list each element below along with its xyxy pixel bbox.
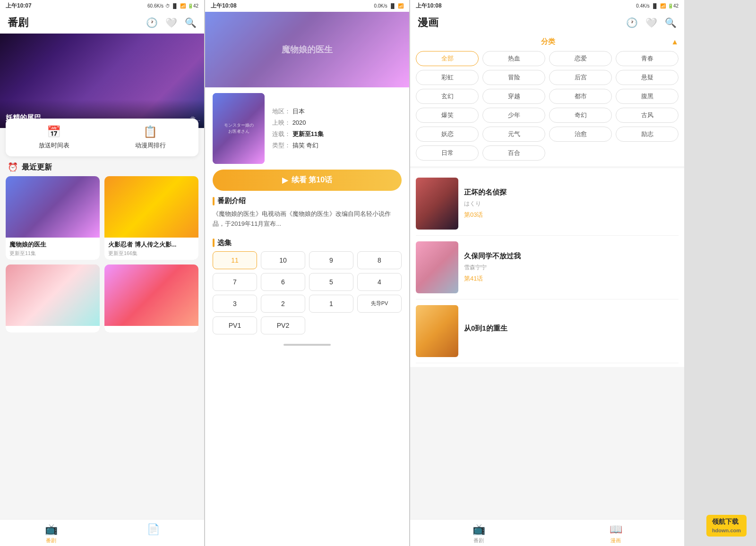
filter-ancient[interactable]: 古风	[616, 108, 679, 123]
intro-title: 番剧介绍	[217, 196, 246, 205]
page-title-3: 漫画	[418, 16, 438, 30]
manga-info-0: 正坏的名侦探 はくり 第03话	[464, 178, 679, 230]
manga-item-1[interactable]: 久保同学不放过我 雪森宁宁 第41话	[416, 236, 679, 299]
filter-action[interactable]: 热血	[482, 51, 545, 66]
ep-7[interactable]: 7	[213, 273, 257, 291]
status-icons-3: 0.4K/s ▐▌ 📶 🔋42	[636, 3, 679, 9]
anime-card-1[interactable]: 火影忍者 博人传之火影... 更新至166集	[104, 176, 198, 260]
ep-3[interactable]: 3	[213, 295, 257, 313]
filter-energetic[interactable]: 元气	[482, 127, 545, 142]
manga-cover-1	[416, 241, 458, 293]
nav-manga-1[interactable]: 📄	[102, 523, 204, 544]
filter-healing[interactable]: 治愈	[549, 127, 612, 142]
ep-pv1[interactable]: PV1	[213, 316, 257, 334]
app-header-1: 番剧 🕐 🤍 🔍	[0, 12, 204, 34]
anime-card-2[interactable]	[6, 264, 100, 333]
nav-manga-3[interactable]: 📖 漫画	[547, 523, 684, 544]
filter-romance[interactable]: 恋爱	[549, 51, 612, 66]
filter-yuri[interactable]: 百合	[482, 145, 545, 161]
manga-title-1: 久保同学不放过我	[464, 252, 679, 261]
ranking-icon: 📋	[143, 125, 157, 138]
filter-adventure[interactable]: 冒险	[482, 70, 545, 85]
history-icon-3[interactable]: 🕐	[626, 17, 638, 28]
schedule-label: 放送时间表	[39, 141, 69, 150]
favorite-icon-3[interactable]: 🤍	[645, 17, 657, 28]
yellow-bar-intro	[213, 197, 215, 205]
banner-1[interactable]: 妖精的尾巴 龙...	[0, 34, 204, 128]
anime-img-3	[104, 264, 198, 326]
filter-urban[interactable]: 都市	[549, 89, 612, 104]
filter-harem[interactable]: 后宫	[549, 70, 612, 85]
quick-link-ranking[interactable]: 📋 动漫周排行	[102, 125, 198, 150]
filter-inspire[interactable]: 励志	[616, 127, 679, 142]
filter-youkai[interactable]: 妖恋	[416, 127, 479, 142]
status-bar-3: 上午10:08 0.4K/s ▐▌ 📶 🔋42	[410, 0, 684, 12]
ep-1[interactable]: 1	[309, 295, 353, 313]
manga-cover-0	[416, 178, 458, 230]
bottom-nav-3: 📺 番剧 📖 漫画	[410, 519, 684, 546]
detail-meta: 地区： 日本 上映： 2020 连载： 更新至11集 类型： 搞笑 奇幻	[272, 93, 402, 164]
signal-icon-3: ▐▌	[652, 3, 658, 9]
filter-daily[interactable]: 日常	[416, 145, 479, 161]
manga-item-0[interactable]: 正坏的名侦探 はくり 第03话	[416, 172, 679, 236]
background-fill	[684, 0, 756, 546]
play-button[interactable]: ▶ 续看 第10话	[213, 170, 402, 191]
ep-5[interactable]: 5	[309, 273, 353, 291]
detail-cover: モンスター娘のお医者さん	[213, 93, 265, 164]
ep-11[interactable]: 11	[213, 251, 257, 269]
manga-item-2[interactable]: 从0到1的重生	[416, 299, 679, 363]
filter-scifi[interactable]: 奇幻	[549, 108, 612, 123]
history-icon-1[interactable]: 🕐	[146, 17, 158, 28]
intro-header: 番剧介绍	[213, 196, 402, 205]
ep-9[interactable]: 9	[309, 251, 353, 269]
ep-pv-first[interactable]: 先导PV	[357, 295, 402, 313]
filter-shonen[interactable]: 少年	[482, 108, 545, 123]
filter-dark[interactable]: 腹黑	[616, 89, 679, 104]
filter-mystery[interactable]: 悬疑	[616, 70, 679, 85]
yellow-bar-episode	[213, 239, 215, 247]
search-icon-1[interactable]: 🔍	[185, 17, 197, 28]
manga-title-0: 正坏的名侦探	[464, 188, 679, 197]
anime-card-3[interactable]	[104, 264, 198, 333]
anime-card-0[interactable]: 魔物娘的医生 更新至11集	[6, 176, 100, 260]
anime-info-1: 火影忍者 博人传之火影... 更新至166集	[104, 238, 198, 260]
time-1: 上午10:07	[6, 2, 32, 10]
time-2: 上午10:08	[211, 2, 237, 10]
filter-fantasy[interactable]: 玄幻	[416, 89, 479, 104]
signal-icon-2: ▐▌	[389, 3, 396, 9]
episode-section: 选集 11 10 9 8 7 6 5 4 3 2 1 先导PV PV1 PV2	[205, 233, 409, 340]
ep-10[interactable]: 10	[261, 251, 305, 269]
filter-timetravel[interactable]: 穿越	[482, 89, 545, 104]
ep-4[interactable]: 4	[357, 273, 402, 291]
quick-link-schedule[interactable]: 📅 放送时间表	[6, 125, 102, 150]
ep-2[interactable]: 2	[261, 295, 305, 313]
watermark: 领航下载 hdown.com	[706, 515, 747, 537]
filter-comedy[interactable]: 爆笑	[416, 108, 479, 123]
favorite-icon-1[interactable]: 🤍	[165, 17, 177, 28]
nav-fanju-label-3: 番剧	[473, 537, 484, 544]
search-icon-3[interactable]: 🔍	[665, 17, 677, 28]
clock-icon: ⏰	[8, 162, 18, 172]
ep-6[interactable]: 6	[261, 273, 305, 291]
filter-grid: 全部 热血 恋爱 青春 彩虹 冒险 后宫 悬疑 玄幻 穿越 都市 腹黑 爆笑 少…	[416, 51, 679, 161]
ep-8[interactable]: 8	[357, 251, 402, 269]
filter-youth[interactable]: 青春	[616, 51, 679, 66]
manga-info-1: 久保同学不放过我 雪森宁宁 第41话	[464, 241, 679, 293]
nav-fanju[interactable]: 📺 番剧	[0, 523, 102, 544]
panel-manga: 上午10:08 0.4K/s ▐▌ 📶 🔋42 漫画 🕐 🤍 🔍 分类 ▲ 全部…	[410, 0, 684, 546]
filter-header: 分类 ▲	[416, 37, 679, 46]
speed-3: 0.4K/s	[636, 3, 649, 9]
filter-all[interactable]: 全部	[416, 51, 479, 66]
battery-3: 🔋42	[668, 3, 679, 9]
meta-serial: 连载： 更新至11集	[272, 130, 402, 138]
filter-arrow-icon[interactable]: ▲	[671, 38, 679, 46]
wifi-icon-3: 📶	[660, 3, 666, 9]
episode-grid: 11 10 9 8 7 6 5 4 3 2 1 先导PV PV1 PV2	[213, 251, 402, 334]
speed-2: 0.0K/s	[374, 3, 387, 9]
battery-1: 🔋42	[188, 3, 198, 9]
ep-pv2[interactable]: PV2	[261, 316, 305, 334]
filter-rainbow[interactable]: 彩虹	[416, 70, 479, 85]
nav-fanju-3[interactable]: 📺 番剧	[410, 523, 547, 544]
nav-manga-icon-1: 📄	[147, 523, 160, 536]
detail-top: モンスター娘のお医者さん 地区： 日本 上映： 2020 连载： 更新至11集 …	[205, 87, 409, 170]
